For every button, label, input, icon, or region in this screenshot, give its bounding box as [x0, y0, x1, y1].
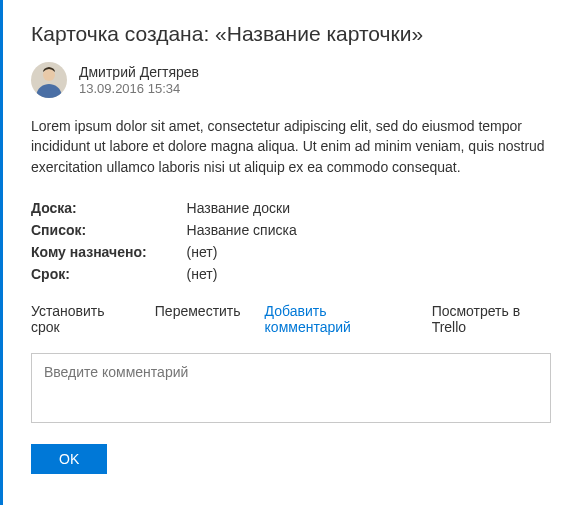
svg-point-1 — [43, 69, 55, 81]
action-view-trello[interactable]: Посмотреть в Trello — [432, 303, 551, 335]
field-value: Название доски — [187, 197, 297, 219]
card-description: Lorem ipsum dolor sit amet, consectetur … — [31, 116, 551, 177]
action-add-comment[interactable]: Добавить комментарий — [265, 303, 408, 335]
avatar — [31, 62, 67, 98]
field-board: Доска: Название доски — [31, 197, 297, 219]
field-label: Срок: — [31, 263, 187, 285]
author-meta: Дмитрий Дегтярев 13.09.2016 15:34 — [79, 64, 199, 96]
field-due: Срок: (нет) — [31, 263, 297, 285]
field-assigned: Кому назначено: (нет) — [31, 241, 297, 263]
field-label: Кому назначено: — [31, 241, 187, 263]
submit-button[interactable]: OK — [31, 444, 107, 474]
action-set-due[interactable]: Установить срок — [31, 303, 131, 335]
fields-table: Доска: Название доски Список: Название с… — [31, 197, 297, 285]
field-value: (нет) — [187, 263, 297, 285]
field-value: Название списка — [187, 219, 297, 241]
field-label: Доска: — [31, 197, 187, 219]
field-label: Список: — [31, 219, 187, 241]
actions-row: Установить срок Переместить Добавить ком… — [31, 303, 551, 335]
card-notification: Карточка создана: «Название карточки» Дм… — [0, 0, 573, 505]
card-title: Карточка создана: «Название карточки» — [31, 22, 551, 46]
field-list: Список: Название списка — [31, 219, 297, 241]
timestamp: 13.09.2016 15:34 — [79, 81, 199, 96]
action-move[interactable]: Переместить — [155, 303, 241, 335]
comment-input[interactable] — [31, 353, 551, 423]
author-name: Дмитрий Дегтярев — [79, 64, 199, 80]
field-value: (нет) — [187, 241, 297, 263]
author-row: Дмитрий Дегтярев 13.09.2016 15:34 — [31, 62, 551, 98]
